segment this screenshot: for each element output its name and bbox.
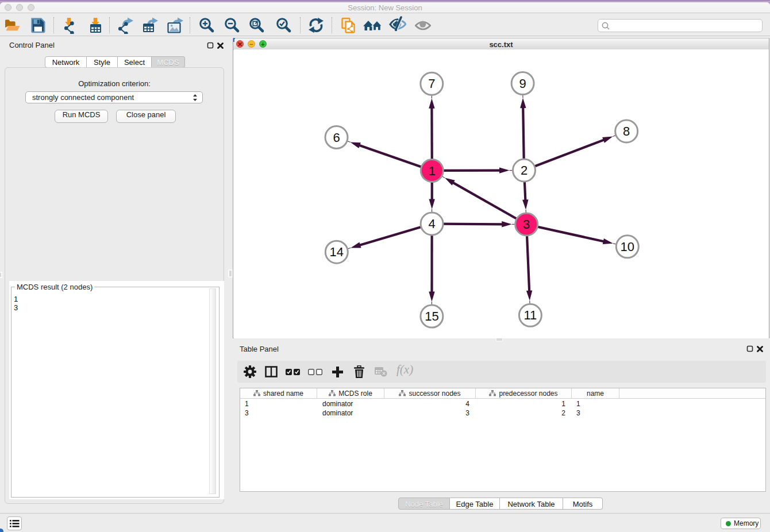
svg-text:11: 11	[523, 308, 537, 322]
svg-text:14: 14	[330, 245, 344, 259]
svg-text:8: 8	[623, 124, 630, 138]
svg-text:6: 6	[333, 130, 340, 145]
svg-text:2: 2	[521, 163, 528, 178]
svg-text:15: 15	[425, 309, 438, 323]
svg-text:7: 7	[428, 76, 435, 91]
svg-text:4: 4	[428, 217, 435, 231]
svg-text:3: 3	[523, 217, 530, 232]
svg-text:10: 10	[621, 240, 634, 254]
svg-text:1: 1	[429, 164, 436, 178]
svg-text:9: 9	[519, 76, 526, 91]
